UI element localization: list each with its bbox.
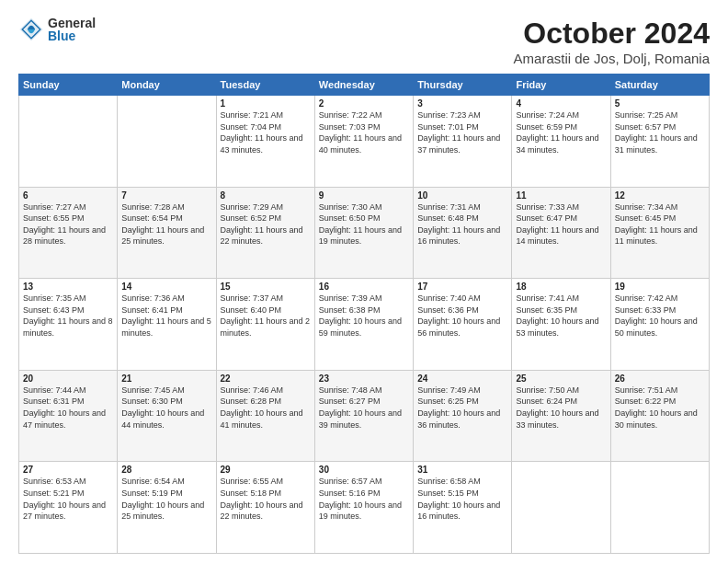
page-subtitle: Amarastii de Jos, Dolj, Romania [514,51,710,66]
day-info: Sunrise: 7:35 AM Sunset: 6:43 PM Dayligh… [23,293,113,339]
sunrise-text: Sunrise: 7:22 AM [319,110,382,120]
calendar-day-cell [610,462,709,554]
day-info: Sunrise: 7:34 AM Sunset: 6:45 PM Dayligh… [615,201,705,247]
day-info: Sunrise: 7:33 AM Sunset: 6:47 PM Dayligh… [516,201,606,247]
calendar-weekday-header: Tuesday [216,75,314,96]
sunrise-text: Sunrise: 7:24 AM [516,110,579,120]
sunset-text: Sunset: 6:25 PM [417,396,479,406]
day-info: Sunrise: 7:42 AM Sunset: 6:33 PM Dayligh… [615,293,705,339]
calendar-week-row: 20 Sunrise: 7:44 AM Sunset: 6:31 PM Dayl… [19,370,710,462]
day-info: Sunrise: 7:51 AM Sunset: 6:22 PM Dayligh… [615,385,705,431]
sunset-text: Sunset: 6:47 PM [516,213,577,223]
title-block: October 2024 Amarastii de Jos, Dolj, Rom… [514,17,710,66]
sunset-text: Sunset: 6:50 PM [319,213,381,223]
day-number: 29 [221,465,311,475]
calendar-day-cell: 18 Sunrise: 7:41 AM Sunset: 6:35 PM Dayl… [512,279,610,371]
sunrise-text: Sunrise: 7:44 AM [23,385,86,395]
sunrise-text: Sunrise: 7:25 AM [615,110,678,120]
day-number: 1 [221,98,311,109]
calendar-table: SundayMondayTuesdayWednesdayThursdayFrid… [18,74,710,554]
day-number: 15 [221,282,311,292]
calendar-day-cell [512,462,610,554]
daylight-text: Daylight: 10 hours and 36 minutes. [417,408,500,430]
day-info: Sunrise: 6:58 AM Sunset: 5:15 PM Dayligh… [417,476,507,522]
day-info: Sunrise: 6:53 AM Sunset: 5:21 PM Dayligh… [23,476,113,522]
calendar-day-cell: 7 Sunrise: 7:28 AM Sunset: 6:54 PM Dayli… [118,187,216,279]
day-info: Sunrise: 7:31 AM Sunset: 6:48 PM Dayligh… [417,201,507,247]
day-info: Sunrise: 7:22 AM Sunset: 7:03 PM Dayligh… [319,109,409,155]
calendar-week-row: 6 Sunrise: 7:27 AM Sunset: 6:55 PM Dayli… [19,187,710,279]
daylight-text: Daylight: 11 hours and 19 minutes. [319,225,402,247]
header: General Blue October 2024 Amarastii de J… [18,17,710,66]
sunrise-text: Sunrise: 7:45 AM [121,385,185,395]
sunrise-text: Sunrise: 7:37 AM [221,293,284,303]
calendar-day-cell: 19 Sunrise: 7:42 AM Sunset: 6:33 PM Dayl… [610,279,709,371]
sunrise-text: Sunrise: 6:55 AM [221,477,284,486]
sunset-text: Sunset: 5:19 PM [121,488,183,498]
calendar-day-cell: 24 Sunrise: 7:49 AM Sunset: 6:25 PM Dayl… [414,370,512,462]
sunrise-text: Sunrise: 7:42 AM [615,293,678,303]
sunset-text: Sunset: 7:04 PM [221,122,282,132]
daylight-text: Daylight: 11 hours and 34 minutes. [516,133,598,155]
day-number: 27 [23,465,113,475]
sunrise-text: Sunrise: 7:48 AM [319,385,382,395]
daylight-text: Daylight: 10 hours and 30 minutes. [615,408,698,430]
day-info: Sunrise: 7:45 AM Sunset: 6:30 PM Dayligh… [121,385,211,431]
daylight-text: Daylight: 10 hours and 19 minutes. [319,500,402,522]
day-info: Sunrise: 7:48 AM Sunset: 6:27 PM Dayligh… [319,385,409,431]
sunset-text: Sunset: 6:43 PM [23,305,85,315]
sunrise-text: Sunrise: 7:30 AM [319,202,382,212]
sunset-text: Sunset: 6:57 PM [615,122,677,132]
calendar-day-cell: 16 Sunrise: 7:39 AM Sunset: 6:38 PM Dayl… [314,279,413,371]
day-info: Sunrise: 6:54 AM Sunset: 5:19 PM Dayligh… [121,476,211,522]
day-number: 6 [23,190,113,201]
sunset-text: Sunset: 7:03 PM [319,122,381,132]
logo: General Blue [18,17,96,42]
sunset-text: Sunset: 6:27 PM [319,396,381,406]
day-number: 24 [417,373,507,384]
calendar-day-cell: 5 Sunrise: 7:25 AM Sunset: 6:57 PM Dayli… [610,96,709,188]
daylight-text: Daylight: 10 hours and 33 minutes. [516,408,598,430]
calendar-weekday-header: Wednesday [314,75,413,96]
day-number: 20 [23,373,113,384]
daylight-text: Daylight: 10 hours and 47 minutes. [23,408,106,430]
sunrise-text: Sunrise: 7:51 AM [615,385,678,395]
sunrise-text: Sunrise: 7:49 AM [417,385,481,395]
sunset-text: Sunset: 6:45 PM [615,213,677,223]
calendar-weekday-header: Sunday [19,75,118,96]
sunset-text: Sunset: 6:33 PM [615,305,677,315]
calendar-day-cell: 30 Sunrise: 6:57 AM Sunset: 5:16 PM Dayl… [314,462,413,554]
calendar-week-row: 1 Sunrise: 7:21 AM Sunset: 7:04 PM Dayli… [19,96,710,188]
calendar-day-cell: 11 Sunrise: 7:33 AM Sunset: 6:47 PM Dayl… [512,187,610,279]
day-number: 7 [121,190,211,201]
daylight-text: Daylight: 11 hours and 14 minutes. [516,225,598,247]
day-number: 10 [417,190,507,201]
sunset-text: Sunset: 6:48 PM [417,213,479,223]
day-info: Sunrise: 7:37 AM Sunset: 6:40 PM Dayligh… [221,293,311,339]
day-number: 23 [319,373,409,384]
sunset-text: Sunset: 6:54 PM [121,213,183,223]
day-info: Sunrise: 6:55 AM Sunset: 5:18 PM Dayligh… [221,476,311,522]
day-number: 17 [417,282,507,292]
daylight-text: Daylight: 11 hours and 31 minutes. [615,133,698,155]
daylight-text: Daylight: 11 hours and 28 minutes. [23,225,106,247]
day-number: 13 [23,282,113,292]
calendar-day-cell: 14 Sunrise: 7:36 AM Sunset: 6:41 PM Dayl… [118,279,216,371]
day-number: 22 [221,373,311,384]
calendar-day-cell: 13 Sunrise: 7:35 AM Sunset: 6:43 PM Dayl… [19,279,118,371]
calendar-day-cell: 20 Sunrise: 7:44 AM Sunset: 6:31 PM Dayl… [19,370,118,462]
daylight-text: Daylight: 11 hours and 25 minutes. [121,225,204,247]
day-number: 2 [319,98,409,109]
daylight-text: Daylight: 10 hours and 16 minutes. [417,500,500,522]
daylight-text: Daylight: 10 hours and 22 minutes. [221,500,303,522]
calendar-day-cell: 4 Sunrise: 7:24 AM Sunset: 6:59 PM Dayli… [512,96,610,188]
calendar-day-cell: 28 Sunrise: 6:54 AM Sunset: 5:19 PM Dayl… [118,462,216,554]
sunset-text: Sunset: 6:31 PM [23,396,85,406]
day-number: 31 [417,465,507,475]
calendar-day-cell: 15 Sunrise: 7:37 AM Sunset: 6:40 PM Dayl… [216,279,314,371]
sunset-text: Sunset: 6:22 PM [615,396,677,406]
day-number: 30 [319,465,409,475]
sunset-text: Sunset: 6:41 PM [121,305,183,315]
day-info: Sunrise: 7:24 AM Sunset: 6:59 PM Dayligh… [516,109,606,155]
day-info: Sunrise: 7:28 AM Sunset: 6:54 PM Dayligh… [121,201,211,247]
